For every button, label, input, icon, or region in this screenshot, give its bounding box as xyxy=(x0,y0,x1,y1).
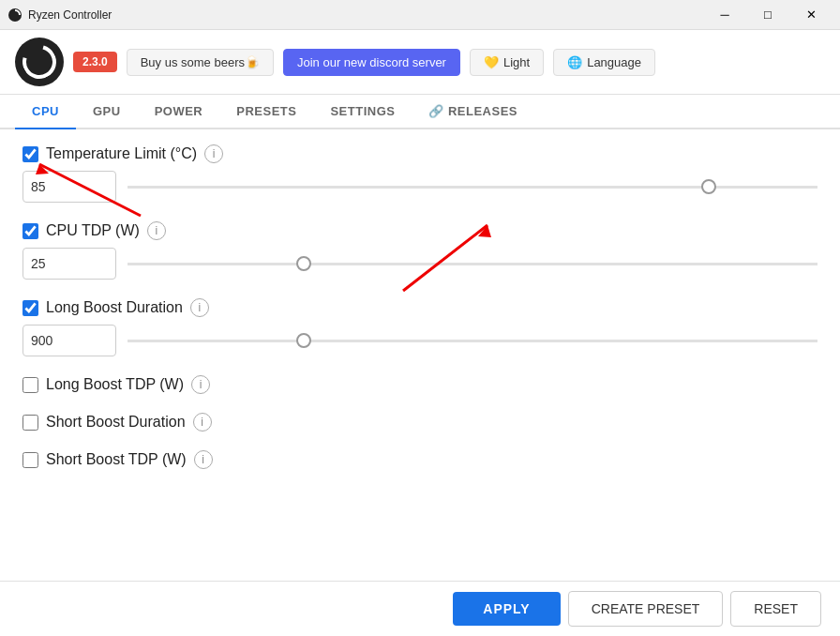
setting-short-boost-tdp: Short Boost TDP (W) i xyxy=(22,450,818,469)
titlebar: Ryzen Controller ─ □ ✕ xyxy=(0,0,840,30)
app-logo xyxy=(15,38,64,86)
label-long-boost-duration: Long Boost Duration xyxy=(46,299,183,316)
bottom-bar: APPLY CREATE PRESET RESET xyxy=(0,581,840,636)
buy-beers-button[interactable]: Buy us some beers🍺 xyxy=(127,49,274,76)
label-short-boost-duration: Short Boost Duration xyxy=(46,414,186,431)
input-cpu-tdp[interactable] xyxy=(22,248,116,280)
checkbox-cpu-tdp[interactable] xyxy=(22,223,38,239)
tab-gpu[interactable]: GPU xyxy=(76,95,138,129)
app-icon xyxy=(8,8,22,23)
version-badge: 2.3.0 xyxy=(73,52,117,72)
setting-header-short-boost-tdp: Short Boost TDP (W) i xyxy=(22,450,818,469)
apply-button[interactable]: APPLY xyxy=(453,592,560,626)
checkbox-temp-limit[interactable] xyxy=(22,146,38,162)
setting-short-boost-duration: Short Boost Duration i xyxy=(22,413,818,432)
checkbox-short-boost-tdp[interactable] xyxy=(22,452,38,468)
globe-icon: 🌐 xyxy=(567,55,582,69)
setting-long-boost-tdp: Long Boost TDP (W) i xyxy=(22,375,818,394)
releases-label: RELEASES xyxy=(448,104,518,118)
tab-cpu[interactable]: CPU xyxy=(15,95,76,129)
info-btn-short-boost-tdp[interactable]: i xyxy=(194,450,213,469)
setting-header-short-boost: Short Boost Duration i xyxy=(22,413,818,432)
logo-ring xyxy=(16,38,62,84)
control-long-boost-duration xyxy=(22,325,818,356)
setting-cpu-tdp: CPU TDP (W) i xyxy=(22,221,818,280)
label-long-boost-tdp: Long Boost TDP (W) xyxy=(46,376,184,393)
header: 2.3.0 Buy us some beers🍺 Join our new di… xyxy=(0,30,840,95)
language-button[interactable]: 🌐 Language xyxy=(553,49,655,76)
checkbox-long-boost-duration[interactable] xyxy=(22,300,38,316)
setting-long-boost-duration: Long Boost Duration i xyxy=(22,298,818,356)
discord-button[interactable]: Join our new discord server xyxy=(283,49,460,76)
language-label: Language xyxy=(587,55,641,69)
setting-header-long-boost: Long Boost Duration i xyxy=(22,298,818,317)
light-icon: 💛 xyxy=(484,55,499,69)
app-title: Ryzen Controller xyxy=(28,8,112,22)
tab-power[interactable]: POWER xyxy=(138,95,220,129)
link-icon: 🔗 xyxy=(428,104,444,118)
setting-header-cpu-tdp: CPU TDP (W) i xyxy=(22,221,818,240)
tab-releases[interactable]: 🔗 RELEASES xyxy=(412,95,534,129)
light-label: Light xyxy=(503,55,530,69)
info-btn-long-boost-tdp[interactable]: i xyxy=(191,375,210,394)
tab-presets[interactable]: PRESETS xyxy=(219,95,313,129)
slider-long-boost-duration[interactable] xyxy=(128,340,818,342)
info-btn-temp-limit[interactable]: i xyxy=(204,144,223,163)
main-content: Temperature Limit (°C) i CPU TDP (W) i L… xyxy=(0,129,840,630)
slider-cpu-tdp[interactable] xyxy=(128,263,818,265)
nav-tabs: CPU GPU POWER PRESETS SETTINGS 🔗 RELEASE… xyxy=(0,95,840,129)
input-temp-limit[interactable] xyxy=(22,171,116,203)
maximize-button[interactable]: □ xyxy=(746,0,789,30)
setting-temp-limit: Temperature Limit (°C) i xyxy=(22,144,818,203)
titlebar-left: Ryzen Controller xyxy=(8,8,112,23)
control-temp-limit xyxy=(22,171,818,203)
close-button[interactable]: ✕ xyxy=(789,0,832,30)
slider-container-temp xyxy=(128,186,818,189)
light-mode-button[interactable]: 💛 Light xyxy=(470,49,544,76)
slider-container-cpu-tdp xyxy=(128,263,818,265)
label-short-boost-tdp: Short Boost TDP (W) xyxy=(46,451,187,468)
minimize-button[interactable]: ─ xyxy=(703,0,746,30)
setting-header-long-boost-tdp: Long Boost TDP (W) i xyxy=(22,375,818,394)
info-btn-long-boost-duration[interactable]: i xyxy=(190,298,209,317)
info-btn-cpu-tdp[interactable]: i xyxy=(147,221,166,240)
slider-container-long-boost xyxy=(128,340,818,342)
create-preset-button[interactable]: CREATE PRESET xyxy=(568,591,724,627)
info-btn-short-boost-duration[interactable]: i xyxy=(193,413,212,432)
titlebar-controls: ─ □ ✕ xyxy=(703,0,832,30)
control-cpu-tdp xyxy=(22,248,818,280)
input-long-boost-duration[interactable] xyxy=(22,325,116,356)
label-cpu-tdp: CPU TDP (W) xyxy=(46,222,140,239)
label-temp-limit: Temperature Limit (°C) xyxy=(46,145,197,162)
slider-temp-limit[interactable] xyxy=(128,186,818,189)
checkbox-short-boost-duration[interactable] xyxy=(22,415,38,431)
checkbox-long-boost-tdp[interactable] xyxy=(22,377,38,393)
tab-settings[interactable]: SETTINGS xyxy=(313,95,412,129)
reset-button[interactable]: RESET xyxy=(730,591,821,627)
setting-header-temp: Temperature Limit (°C) i xyxy=(22,144,818,163)
